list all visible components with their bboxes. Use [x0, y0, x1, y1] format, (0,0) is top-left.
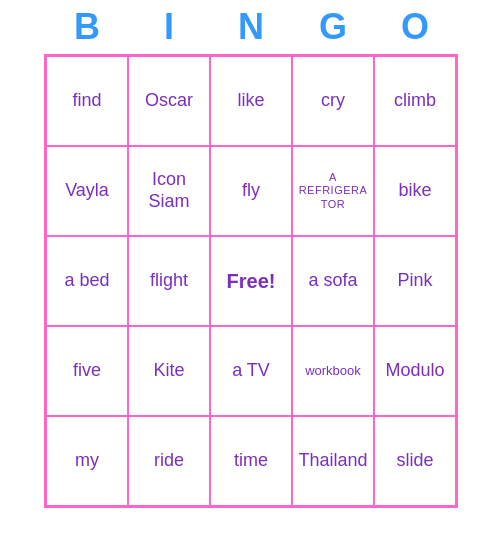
bingo-cell-r2-c3: a sofa	[292, 236, 374, 326]
bingo-cell-r0-c1: Oscar	[128, 56, 210, 146]
bingo-cell-r1-c0: Vayla	[46, 146, 128, 236]
bingo-letter-o: O	[374, 6, 456, 48]
bingo-cell-r2-c1: flight	[128, 236, 210, 326]
bingo-cell-r0-c4: climb	[374, 56, 456, 146]
bingo-title: BINGO	[0, 0, 502, 50]
bingo-cell-r1-c2: fly	[210, 146, 292, 236]
bingo-cell-r2-c0: a bed	[46, 236, 128, 326]
bingo-cell-r1-c4: bike	[374, 146, 456, 236]
bingo-cell-r0-c2: like	[210, 56, 292, 146]
bingo-cell-r2-c2: Free!	[210, 236, 292, 326]
bingo-cell-r4-c3: Thailand	[292, 416, 374, 506]
bingo-cell-r4-c1: ride	[128, 416, 210, 506]
bingo-cell-r4-c0: my	[46, 416, 128, 506]
bingo-letter-n: N	[210, 6, 292, 48]
bingo-cell-r3-c3: workbook	[292, 326, 374, 416]
bingo-cell-r0-c3: cry	[292, 56, 374, 146]
bingo-cell-r1-c1: Icon Siam	[128, 146, 210, 236]
bingo-cell-r4-c4: slide	[374, 416, 456, 506]
bingo-cell-r3-c0: five	[46, 326, 128, 416]
bingo-cell-r4-c2: time	[210, 416, 292, 506]
bingo-letter-b: B	[46, 6, 128, 48]
bingo-cell-r3-c2: a TV	[210, 326, 292, 416]
bingo-letter-i: I	[128, 6, 210, 48]
bingo-cell-r1-c3: A REFRIGERATOR	[292, 146, 374, 236]
bingo-cell-r3-c4: Modulo	[374, 326, 456, 416]
bingo-cell-r0-c0: find	[46, 56, 128, 146]
bingo-cell-r2-c4: Pink	[374, 236, 456, 326]
bingo-letter-g: G	[292, 6, 374, 48]
bingo-cell-r3-c1: Kite	[128, 326, 210, 416]
bingo-grid: findOscarlikecryclimbVaylaIcon SiamflyA …	[44, 54, 458, 508]
